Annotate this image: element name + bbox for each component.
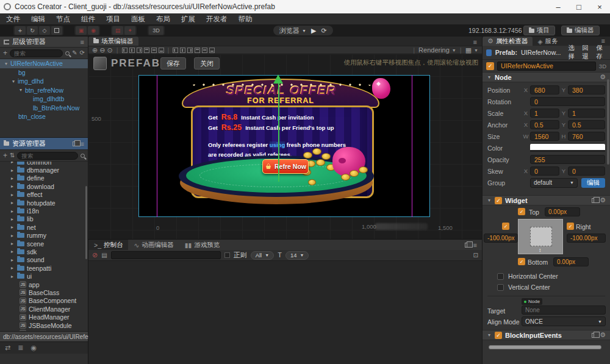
prefab-save-button[interactable]: 保存: [160, 57, 186, 70]
group-select[interactable]: default▼: [530, 178, 578, 188]
collapse-icon[interactable]: ▾: [18, 87, 23, 93]
widget-right-field[interactable]: -100.00px: [567, 234, 606, 243]
horizontal-scrollbar[interactable]: [489, 345, 601, 349]
widget-bottom-field[interactable]: 0.00px: [553, 257, 589, 266]
blockinputevents-section-header[interactable]: ▾ ✓ BlockInputEvents ⚙: [483, 330, 610, 340]
log-level-select[interactable]: All▼: [251, 251, 274, 260]
open-editor-button[interactable]: 编辑器: [561, 26, 600, 35]
asset-script[interactable]: JSapp: [0, 280, 88, 288]
gizmo-toggle-icon[interactable]: ✦: [124, 26, 135, 35]
menu-node[interactable]: 节点: [56, 15, 70, 24]
opacity-field[interactable]: 255: [530, 155, 605, 164]
tree-node-img-dlhdtb[interactable]: img_dlhdtb: [0, 95, 88, 104]
target-field[interactable]: None: [522, 305, 606, 315]
collapse-icon[interactable]: ▾: [4, 61, 9, 66]
assets-search-input[interactable]: [17, 152, 78, 160]
group-edit-button[interactable]: 编辑: [581, 178, 605, 188]
tab-console[interactable]: >_ 控制台: [88, 240, 128, 250]
position-x-field[interactable]: 680: [530, 85, 559, 95]
hierarchy-search-input[interactable]: [10, 49, 63, 57]
clear-console-icon[interactable]: ⊘: [92, 251, 98, 259]
search-icon[interactable]: [81, 154, 85, 158]
gear-icon[interactable]: ⚙: [600, 73, 606, 81]
menu-help[interactable]: 帮助: [239, 15, 253, 24]
align-vcenter-icon[interactable]: [151, 48, 157, 53]
distribute-vcenter-icon[interactable]: [202, 48, 207, 53]
node-section-header[interactable]: ▾ Node ⚙: [483, 72, 610, 82]
popout-icon[interactable]: [73, 141, 77, 146]
anchor-y-field[interactable]: 0.5: [568, 120, 605, 129]
menu-edit[interactable]: 编辑: [31, 15, 45, 24]
align-mode-select[interactable]: ONCE▼: [522, 316, 606, 326]
align-bottom-icon[interactable]: [159, 48, 164, 53]
menu-developer[interactable]: 开发者: [206, 15, 228, 24]
prefab-close-button[interactable]: 关闭: [194, 57, 220, 70]
preview-target-dropdown[interactable]: 浏览器▼: [279, 26, 306, 35]
asset-folder[interactable]: ▸net: [0, 223, 88, 231]
widget-right-checkbox[interactable]: ✓: [567, 223, 574, 230]
asset-folder[interactable]: ▸effect: [0, 191, 88, 199]
tab-game-preview[interactable]: ▮▮ 游戏预览: [179, 240, 226, 250]
widget-section-header[interactable]: ▾ ✓ Widget ⚙: [483, 195, 610, 205]
skew-y-field[interactable]: 0: [568, 166, 605, 176]
position-y-field[interactable]: 380: [568, 85, 605, 95]
tab-services[interactable]: ◈ 服务: [533, 37, 562, 46]
vertical-center-checkbox[interactable]: ✓: [497, 284, 504, 291]
collapse-log-icon[interactable]: ▤: [101, 252, 107, 259]
rendering-dropdown[interactable]: Rendering▼: [418, 46, 456, 54]
distribute-top-icon[interactable]: [195, 48, 200, 53]
menu-component[interactable]: 组件: [81, 15, 95, 24]
scene-viewport[interactable]: PREFAB 保存 关闭 使用鼠标右键平移视图焦点，使用滚轮缩放视图 SPECI…: [88, 54, 482, 240]
widget-left-checkbox[interactable]: ✓: [502, 223, 509, 230]
menu-extension[interactable]: 扩展: [181, 15, 195, 24]
refresh-button[interactable]: ⟳: [321, 27, 326, 35]
tree-node-bg[interactable]: bg: [0, 68, 88, 77]
node-name-input[interactable]: [497, 62, 596, 71]
local-global-toggle-icon[interactable]: ▤: [112, 26, 123, 35]
refresh-icon[interactable]: ⟳: [80, 50, 85, 56]
asset-folder[interactable]: ▸download: [0, 182, 88, 190]
align-top-icon[interactable]: [144, 48, 149, 53]
pivot-toggle-icon[interactable]: ▣: [76, 26, 87, 35]
menu-panel[interactable]: 面板: [131, 15, 145, 24]
skew-x-field[interactable]: 0: [530, 166, 559, 176]
asset-folder[interactable]: ▸dbmanager: [0, 166, 88, 174]
regex-checkbox[interactable]: [224, 252, 230, 258]
font-size-select[interactable]: 14▼: [285, 251, 309, 260]
gizmo-arrow-icon[interactable]: [273, 74, 283, 84]
widget-bottom-checkbox[interactable]: ✓: [518, 258, 525, 265]
widget-enabled-checkbox[interactable]: ✓: [495, 197, 502, 204]
close-button[interactable]: ×: [589, 0, 610, 13]
gear-icon[interactable]: ⚙: [600, 196, 606, 204]
align-hcenter-icon[interactable]: [129, 48, 135, 53]
panel-menu-icon[interactable]: ≡: [473, 38, 477, 46]
scale-x-field[interactable]: 1: [530, 109, 559, 118]
asset-folder[interactable]: ▸hotupdate: [0, 199, 88, 207]
collapse-icon[interactable]: ▾: [487, 74, 492, 80]
open-project-button[interactable]: 项目: [523, 26, 555, 35]
rotate-tool-icon[interactable]: ↻: [27, 26, 38, 35]
menu-layout[interactable]: 布局: [156, 15, 170, 24]
popout-icon[interactable]: [465, 243, 470, 248]
move-tool-icon[interactable]: +: [15, 26, 26, 35]
inspector-scrollbar[interactable]: [607, 79, 609, 165]
search-icon[interactable]: [65, 51, 70, 55]
console-log-area[interactable]: [88, 261, 482, 364]
asset-folder[interactable]: ▸rummy: [0, 232, 88, 240]
asset-folder[interactable]: ▸define: [0, 174, 88, 182]
anchor-toggle-icon[interactable]: ◉: [88, 26, 99, 35]
anchor-x-field[interactable]: 0.5: [530, 120, 559, 129]
distribute-bottom-icon[interactable]: [209, 48, 215, 53]
align-right-icon[interactable]: [137, 48, 142, 53]
tab-inspector[interactable]: ⚙ 属性检查器: [483, 37, 533, 46]
asset-folder[interactable]: ▸teenpatti: [0, 264, 88, 272]
copy-component-icon[interactable]: [592, 198, 597, 203]
menu-project[interactable]: 项目: [106, 15, 120, 24]
zoom-in-icon[interactable]: ⊕: [92, 46, 98, 54]
asset-script[interactable]: JSClientManager: [0, 305, 88, 313]
distribute-right-icon[interactable]: [187, 48, 193, 53]
color-swatch[interactable]: [530, 144, 605, 152]
widget-left-field[interactable]: -100.00px: [484, 234, 518, 243]
collapse-icon[interactable]: ▾: [11, 79, 16, 84]
asset-folder[interactable]: ▸scene: [0, 240, 88, 248]
